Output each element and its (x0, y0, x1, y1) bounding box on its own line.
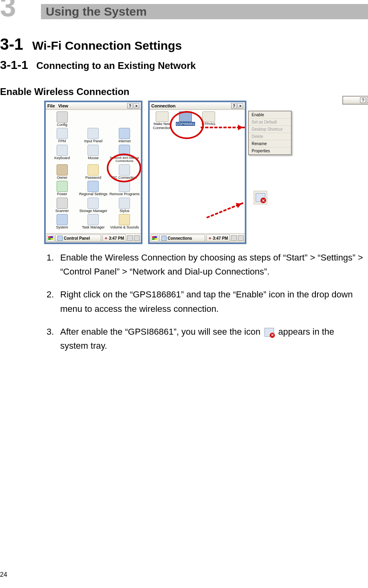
list-text: After enable the “GPSI86861”, you will s… (60, 325, 364, 353)
chapter-title: Using the System (46, 5, 147, 18)
cp-item[interactable]: Storage Manager (78, 198, 109, 213)
cp-item[interactable]: System (47, 214, 78, 229)
cp-item[interactable]: Input Panel (78, 128, 109, 143)
list-item: 3. After enable the “GPSI86861”, you wil… (47, 325, 364, 353)
taskbar-clock[interactable]: ✦3:47 PM (102, 234, 126, 242)
network-disabled-icon (264, 328, 274, 337)
section-title: Wi-Fi Connection Settings (32, 39, 182, 52)
close-button[interactable]: × (238, 103, 243, 109)
section-number: 3-1 (0, 35, 23, 53)
fpm-icon (57, 128, 68, 139)
menu-rename[interactable]: Rename (249, 140, 291, 148)
menu-enable[interactable]: Enable (249, 111, 291, 119)
help-button[interactable]: ? (127, 103, 133, 109)
cp-item[interactable]: Task Manager (78, 214, 109, 229)
screenshot-connections: Connection ? × Make New Connection GSPI8… (148, 101, 246, 244)
taskbar-app-button[interactable]: Control Panel (55, 234, 101, 242)
tray-icon[interactable] (134, 235, 140, 241)
password-icon (87, 164, 99, 176)
cp-item-network[interactable]: Network and Dial-up Connections (109, 145, 140, 163)
cp-item[interactable]: FPM (47, 128, 78, 143)
connections-icon (161, 236, 167, 241)
tray-icon[interactable] (238, 235, 244, 241)
cp-item[interactable]: Mouse (78, 145, 109, 163)
cp-item (78, 111, 109, 127)
volume-icon (119, 214, 130, 225)
cp-item[interactable]: Config (47, 111, 78, 127)
pc-connection-icon (119, 164, 130, 176)
cp-item[interactable]: Password (78, 164, 109, 180)
list-item: 1. Enable the Wireless Connection by cho… (47, 251, 364, 279)
tray-icon-enlarged (254, 191, 267, 204)
help-icon[interactable]: ? (360, 97, 366, 103)
list-number: 3. (47, 325, 60, 353)
menu-properties[interactable]: Properties (249, 148, 291, 154)
connections-body: Make New Connection GSPI86861 BTPAN1 (150, 110, 245, 233)
cp-item[interactable]: Remove Programs (109, 181, 140, 196)
chapter-number: 3 (0, 0, 16, 21)
page-number: 24 (0, 571, 7, 578)
gspi86861-connection[interactable]: GSPI86861 (175, 111, 196, 130)
list-item: 2. Right click on the “GPS186861” and ta… (47, 287, 364, 315)
task-manager-icon (87, 214, 99, 225)
start-button[interactable] (47, 234, 54, 242)
list-number: 1. (47, 251, 60, 279)
list-text: Right click on the “GPS186861” and tap t… (60, 287, 364, 315)
chapter-header: 3 Using the System (0, 0, 368, 19)
config-icon (57, 111, 68, 123)
menu-view[interactable]: View (58, 103, 68, 108)
scanner-icon (57, 198, 68, 209)
tray-icon[interactable] (127, 235, 133, 241)
owner-icon (57, 164, 68, 176)
start-button[interactable] (151, 234, 158, 242)
menu-delete: Delete (249, 133, 291, 140)
wifi-adapter-icon (179, 111, 192, 122)
control-panel-icon (57, 236, 63, 241)
internet-icon (119, 128, 130, 139)
windows-flag-icon (152, 236, 157, 240)
cp-item[interactable]: Regional Settings (78, 181, 109, 196)
cp-item[interactable]: Keyboard (47, 145, 78, 163)
cp-item[interactable]: Volume & Sounds (109, 214, 140, 229)
list-number: 2. (47, 287, 60, 315)
cp-item[interactable]: PC Connection (109, 164, 140, 180)
cp-item[interactable]: Internet (109, 128, 140, 143)
network-icon (119, 145, 130, 156)
subsection-heading: 3-1-1 Connecting to an Existing Network (0, 58, 368, 72)
section-heading: 3-1 Wi-Fi Connection Settings (0, 35, 368, 53)
cp-item[interactable]: Stylus (109, 198, 140, 213)
network-disabled-icon (256, 193, 265, 202)
screenshot-row: File View ? × Config FPM Input Panel Int… (44, 101, 368, 244)
btpan-icon (202, 111, 215, 122)
help-button[interactable]: ? (231, 103, 237, 109)
stylus-icon (119, 198, 130, 209)
callout-arrow (201, 127, 245, 128)
subsection-title: Connecting to an Existing Network (37, 60, 196, 71)
menu-set-default: Set as Default (249, 119, 291, 126)
cp-item (109, 111, 140, 127)
window-title: Connection (151, 103, 176, 108)
subsection-number: 3-1-1 (0, 58, 28, 71)
power-icon (57, 181, 68, 192)
cp-item[interactable]: Owner (47, 164, 78, 180)
input-panel-icon (87, 128, 99, 139)
titlebar: File View ? × (46, 102, 141, 110)
menu-file[interactable]: File (47, 103, 55, 108)
menu-desktop-shortcut: Desktop Shortcut (249, 126, 291, 133)
cp-item[interactable]: Scanner (47, 198, 78, 213)
system-icon (57, 214, 68, 225)
make-new-connection[interactable]: Make New Connection (151, 111, 173, 130)
taskbar-app-button[interactable]: Connections (159, 234, 205, 242)
taskbar-clock[interactable]: ✦3:47 PM (206, 234, 230, 242)
close-button[interactable]: × (134, 103, 139, 109)
tray-icon[interactable] (231, 235, 237, 241)
mouse-icon (87, 145, 99, 156)
storage-icon (87, 198, 99, 209)
new-connection-icon (156, 111, 169, 122)
titlebar: Connection ? × (150, 102, 245, 110)
step-heading: Enable Wireless Connection (0, 86, 368, 97)
keyboard-icon (57, 145, 68, 156)
screenshot-control-panel: File View ? × Config FPM Input Panel Int… (44, 101, 142, 244)
taskbar: Connections ✦3:47 PM (150, 233, 245, 242)
cp-item[interactable]: Power (47, 181, 78, 196)
